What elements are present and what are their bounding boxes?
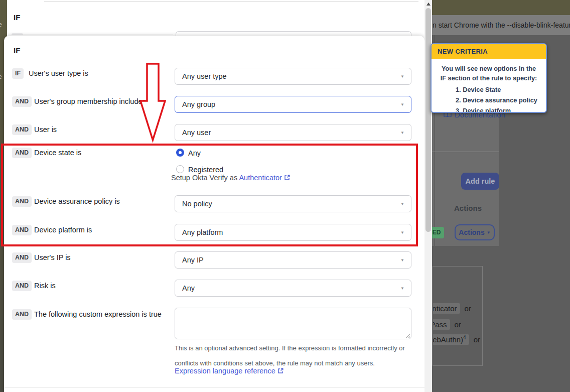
actions-dropdown-button[interactable]: Actions▼	[455, 224, 495, 240]
condition-label: User is	[34, 125, 57, 134]
fragment-or: or	[465, 304, 471, 313]
section-heading-if: IF	[14, 13, 20, 22]
user-ip-select[interactable]: Any IP ▼	[175, 251, 411, 269]
condition-label: The following custom expression is true	[34, 310, 162, 318]
condition-badge-if: IF	[12, 68, 24, 79]
section-heading-if: IF	[14, 46, 20, 55]
divider	[432, 152, 499, 152]
divider	[12, 35, 173, 35]
chevron-down-icon: ▼	[400, 102, 404, 107]
group-select[interactable]: Any group ▼	[175, 96, 411, 113]
dimmed-banner	[424, 0, 570, 15]
dimmed-banner-text: n start Chrome with the --disable-blink-…	[424, 15, 570, 35]
select-stub	[176, 31, 411, 36]
external-link-icon	[277, 367, 283, 375]
fragment-or: or	[474, 335, 480, 344]
expression-language-reference-link[interactable]: Expression language reference	[175, 367, 283, 375]
callout-body: You will see new options in the IF secti…	[432, 59, 546, 113]
chevron-down-icon: ▼	[400, 258, 404, 263]
chevron-down-icon: ▼	[400, 286, 404, 291]
condition-label: User's user type is	[29, 69, 88, 77]
risk-select[interactable]: Any ▼	[175, 280, 411, 297]
callout-list-item: 3. Device platform	[456, 105, 546, 113]
chevron-down-icon: ▼	[400, 74, 404, 79]
divider	[432, 198, 499, 198]
condition-label: User's group membership includes	[34, 97, 146, 105]
condition-label: User's IP is	[34, 253, 71, 262]
new-criteria-callout: NEW CRITERIA You will see new options in…	[431, 43, 547, 113]
scrollbar-thumb[interactable]	[425, 8, 431, 232]
fragment-chip: enticator	[433, 303, 460, 314]
select-value: Any user	[182, 128, 211, 137]
expression-helper-text: This is an optional advanced setting. If…	[175, 341, 421, 371]
resize-handle[interactable]	[405, 333, 410, 338]
condition-badge-and: AND	[12, 124, 32, 135]
callout-header: NEW CRITERIA	[432, 44, 546, 59]
annotation-arrow-down	[138, 60, 168, 145]
background-text-fragment: e	[0, 21, 2, 28]
authenticator-fragment: tPassor	[433, 320, 461, 329]
fragment-chip: tPass	[433, 319, 450, 330]
condition-badge-and: AND	[12, 96, 32, 107]
divider	[4, 387, 424, 388]
user-select[interactable]: Any user ▼	[175, 124, 411, 141]
condition-badge-and: AND	[12, 309, 32, 320]
select-value: Any group	[182, 100, 215, 108]
callout-list-item: 1. Device State	[456, 84, 546, 95]
callout-list-item: 2. Device assurance policy	[456, 95, 546, 105]
divider	[44, 2, 418, 2]
condition-badge-and: AND	[12, 252, 32, 263]
chevron-down-icon: ▼	[400, 130, 404, 135]
callout-intro-line: You will see new options in the	[432, 64, 546, 73]
callout-list: 1. Device State 2. Device assurance poli…	[432, 84, 546, 113]
fragment-or: or	[455, 320, 461, 329]
annotation-highlight-rectangle	[1, 144, 418, 246]
scrollbar-up-arrow[interactable]	[426, 3, 431, 6]
select-value: Any	[182, 284, 195, 292]
background-text-fragment: e	[0, 73, 2, 80]
select-value: Any IP	[182, 256, 204, 264]
select-value: Any user type	[182, 72, 227, 80]
custom-expression-textarea[interactable]	[175, 308, 411, 339]
actions-column-header: Actions	[454, 204, 482, 212]
condition-label: Risk is	[34, 282, 56, 290]
fragment-chip: VebAuthn)4	[433, 334, 469, 345]
callout-intro-line: IF section of the rule to specify:	[432, 73, 546, 83]
rule-card-previous: IF	[7, 0, 424, 35]
actions-button-label: Actions	[459, 228, 484, 236]
add-rule-button[interactable]: Add rule	[461, 173, 499, 190]
chevron-down-icon: ▼	[487, 230, 491, 235]
user-type-select[interactable]: Any user type ▼	[175, 68, 411, 85]
authenticator-fragment: enticatoror	[433, 304, 471, 313]
condition-badge-and: AND	[12, 281, 32, 291]
dimmed-authenticator-box: enticatoror tPassor VebAuthn)4or	[433, 266, 483, 366]
authenticator-fragment: VebAuthn)4or	[433, 335, 480, 344]
